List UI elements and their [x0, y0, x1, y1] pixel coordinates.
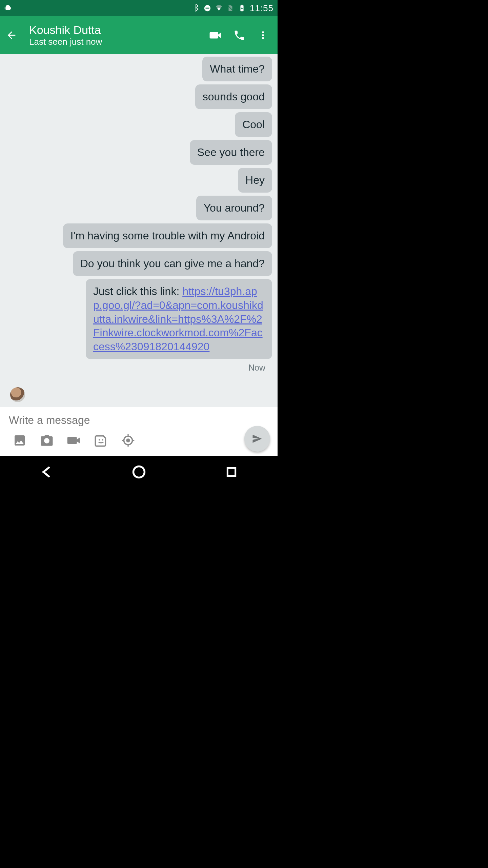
nav-back-button[interactable]	[26, 462, 67, 482]
message-input[interactable]	[9, 414, 269, 427]
wifi-icon	[215, 4, 223, 12]
video-attachment-button[interactable]	[60, 431, 87, 450]
back-button[interactable]	[3, 27, 20, 43]
svg-rect-19	[127, 445, 128, 447]
message-bubble-outgoing[interactable]: sounds good	[195, 84, 272, 109]
svg-rect-3	[5, 7, 5, 9]
attach-image-button[interactable]	[6, 431, 33, 450]
contact-header[interactable]: Koushik Dutta Last seen just now	[29, 23, 204, 47]
conversation-area[interactable]: What time? sounds good Cool See you ther…	[0, 54, 278, 407]
svg-point-15	[102, 439, 103, 440]
link-msg-prefix: Just click this link:	[93, 285, 182, 297]
compose-area	[0, 407, 278, 456]
more-options-button[interactable]	[251, 25, 275, 45]
svg-rect-21	[132, 440, 135, 441]
svg-rect-4	[10, 7, 11, 9]
android-mascot-icon	[4, 4, 12, 12]
video-call-button[interactable]	[204, 25, 227, 45]
no-sim-icon	[227, 4, 234, 12]
svg-rect-6	[205, 8, 209, 9]
do-not-disturb-icon	[204, 4, 211, 12]
contact-name: Koushik Dutta	[29, 23, 204, 37]
send-button[interactable]	[244, 426, 270, 452]
timestamp: Now	[248, 363, 265, 373]
app-bar: Koushik Dutta Last seen just now	[0, 16, 278, 54]
clock: 11:55	[250, 3, 273, 14]
sticker-button[interactable]	[87, 431, 115, 450]
svg-rect-23	[227, 468, 235, 476]
svg-point-13	[262, 37, 264, 39]
svg-point-14	[99, 439, 100, 440]
battery-charging-icon	[238, 4, 246, 12]
bluetooth-icon	[192, 4, 200, 12]
status-bar: 11:55	[0, 0, 278, 16]
message-bubble-outgoing[interactable]: See you there	[190, 140, 272, 165]
message-bubble-outgoing[interactable]: Cool	[235, 112, 272, 137]
message-bubble-outgoing[interactable]: Do you think you can give me a hand?	[73, 251, 272, 276]
typing-indicator-avatar[interactable]	[10, 387, 25, 402]
svg-point-22	[133, 467, 144, 478]
voice-call-button[interactable]	[227, 25, 251, 45]
message-bubble-outgoing-link[interactable]: Just click this link: https://tu3ph.app.…	[86, 279, 272, 359]
message-bubble-outgoing[interactable]: You around?	[196, 196, 272, 220]
message-bubble-outgoing[interactable]: What time?	[202, 57, 272, 81]
svg-point-12	[262, 34, 264, 36]
svg-rect-9	[241, 5, 243, 6]
nav-recents-button[interactable]	[211, 462, 252, 482]
svg-point-11	[262, 31, 264, 33]
nav-home-button[interactable]	[119, 462, 159, 482]
camera-button[interactable]	[33, 431, 60, 450]
svg-rect-18	[127, 434, 128, 437]
svg-point-16	[126, 438, 130, 442]
last-seen: Last seen just now	[29, 37, 204, 47]
svg-rect-20	[122, 440, 124, 441]
message-bubble-outgoing[interactable]: Hey	[238, 168, 272, 193]
location-button[interactable]	[115, 431, 142, 450]
navigation-bar	[0, 456, 278, 488]
message-bubble-outgoing[interactable]: I'm having some trouble with my Android	[63, 223, 272, 248]
svg-rect-0	[6, 7, 10, 10]
